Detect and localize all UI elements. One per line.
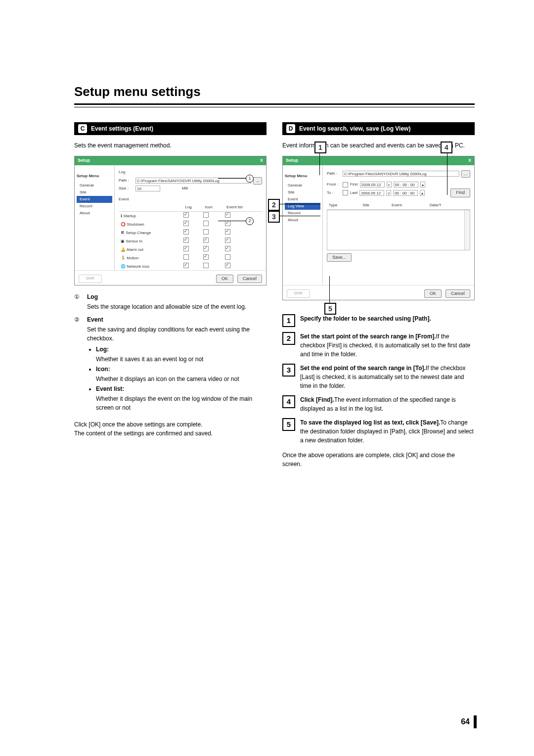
checkbox[interactable] [225,254,230,260]
cancel-button[interactable]: Cancel [237,275,262,284]
tree-header: Setup Menu [77,173,112,179]
tree-record[interactable]: Record [77,203,112,210]
step-head: To save the displayed log list as text, … [300,419,440,426]
item-2-body: Set the saving and display conditions fo… [87,326,250,342]
to-date[interactable]: 2008.05.12 [359,190,384,196]
checkbox[interactable] [203,221,209,226]
dvr-button[interactable]: DVR [79,275,102,284]
to-label: To : [327,190,341,196]
last-label: Last [350,190,357,196]
log-list-header: TypeSiteEventDate/T [327,201,470,210]
callout-sq-1: 1 [314,142,326,153]
event-bullets: Log:Whether it saves it as an event log … [96,345,267,412]
to-time[interactable]: 00 : 00 : 00 [393,190,418,196]
path-input[interactable]: C:\Program Files\SANYO\DVR Utility 2000\… [135,178,251,184]
tree-about[interactable]: About [77,210,112,217]
section-c-title: Event settings (Event) [91,124,153,133]
cancel-button-d[interactable]: Cancel [445,289,470,298]
from-date[interactable]: 2008.05.12 [360,182,385,188]
size-input[interactable]: 10 [135,186,160,191]
lead-3 [279,216,320,216]
to-date-dd[interactable]: v [386,190,391,196]
step: 2Set the start point of the search range… [282,332,475,359]
browse-button[interactable]: ... [253,177,262,185]
dvr-button-d[interactable]: DVR [287,289,310,298]
tree-d-about[interactable]: About [285,217,320,224]
tree-d-site[interactable]: Site [285,189,320,196]
step-head: Specify the folder to be searched using … [300,315,431,322]
event-group-label: Event [119,196,262,202]
first-checkbox[interactable] [343,182,348,188]
checkbox[interactable] [225,221,230,226]
d-browse-button[interactable]: ... [461,170,470,178]
tree-d-general[interactable]: General [285,182,320,189]
checkbox[interactable] [225,229,230,235]
ok-button[interactable]: OK [216,275,233,284]
table-row: 🏃 Motion [119,254,262,262]
d-path-input[interactable]: C:\Program Files\SANYO\DVR Utility 2000\… [343,171,459,177]
save-button[interactable]: Save... [327,253,352,262]
checkbox[interactable] [183,221,189,226]
tree-site[interactable]: Site [77,189,112,196]
last-checkbox[interactable] [343,190,348,195]
log-group-label: Log [119,169,262,175]
lc-type: Type [327,201,360,210]
step-number: 2 [282,332,295,345]
log-list[interactable] [327,210,470,250]
lead-1 [319,152,320,175]
to-spin[interactable]: ▴ [420,190,425,196]
item-2-head: Event [87,315,267,324]
checkbox[interactable] [203,254,209,260]
callout-line-1 [218,178,246,179]
callout-sq-5: 5 [324,303,336,315]
checkbox[interactable] [203,237,209,243]
item-1-body: Sets the storage location and allowable … [87,303,246,310]
checkbox[interactable] [225,263,230,268]
from-label: From : [327,182,341,188]
section-d-header: D Event log search, view, save (Log View… [282,122,475,135]
checkbox[interactable] [225,246,230,251]
step: 4Click [Find].The event information of t… [282,395,475,413]
checkbox[interactable] [183,246,189,251]
col-icon: Icon [203,203,224,212]
scrollbar[interactable] [464,210,470,250]
section-d-title: Event log search, view, save (Log View) [299,124,410,133]
checkbox[interactable] [225,212,230,218]
checkbox[interactable] [183,254,189,260]
page-bar [474,715,477,728]
checkbox[interactable] [203,263,209,268]
close-icon-d[interactable]: X [468,157,471,164]
checkbox[interactable] [203,246,209,251]
tree-d-event[interactable]: Event [285,196,320,203]
screenshot-logview: 1 4 2 3 5 SetupX Setup Menu General Site… [282,156,475,300]
checkbox[interactable] [225,237,230,243]
size-unit: MB [182,186,188,191]
from-time[interactable]: 00 : 00 : 00 [394,182,418,188]
event-table: LogIconEvent list ℹ Startup⭕ Shutdown🛠 S… [119,203,262,271]
checkbox[interactable] [183,229,189,235]
step: 1Specify the folder to be searched using… [282,314,475,327]
setup-tree-d: Setup Menu General Site Event Log View R… [283,165,323,285]
from-date-dd[interactable]: v [387,182,392,188]
right-closing: Once the above operations are complete, … [282,451,475,469]
closing-2: The content of the settings are confirme… [74,429,267,438]
lc-site: Site [360,201,390,210]
checkbox[interactable] [203,212,209,218]
left-column: C Event settings (Event) Sets the event … [74,122,267,474]
checkbox[interactable] [203,229,209,235]
section-c-intro: Sets the event management method. [74,141,267,150]
list-item: Event list:Whether it displays the event… [96,384,267,412]
close-icon[interactable]: X [260,157,263,164]
checkbox[interactable] [183,237,189,243]
callout-1: 1 [246,175,254,183]
checkbox[interactable] [183,212,189,218]
checkbox[interactable] [183,263,189,268]
ok-button-d[interactable]: OK [424,289,442,298]
tree-event[interactable]: Event [77,196,112,203]
table-row: ▣ Sensor in [119,237,262,245]
step-number: 1 [282,314,295,327]
lead-4 [447,152,447,195]
tree-general[interactable]: General [77,182,112,189]
find-button[interactable]: Find [450,189,470,197]
from-spin[interactable]: ▴ [420,182,425,188]
